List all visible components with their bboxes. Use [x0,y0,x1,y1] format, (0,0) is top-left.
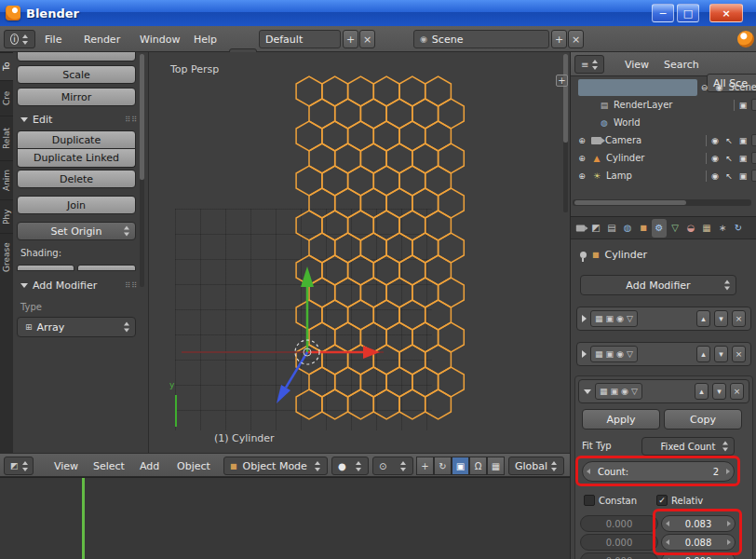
visibility-eye-icon[interactable]: ◉ [709,136,721,145]
relative-offset-y-field[interactable]: 0.088 [661,534,736,551]
panel-grip-icon[interactable]: ⠿⠿ [125,116,138,124]
shading-smooth-button-partial[interactable] [17,265,74,271]
increment-arrow-icon[interactable] [726,469,730,474]
move-up-button[interactable]: ▴ [696,346,710,362]
timeline-region[interactable] [0,477,570,559]
tab-particles[interactable]: ∗ [715,219,730,238]
outliner-row-scene[interactable]: ⊖ ◉ Scene [571,78,756,96]
delete-modifier-button[interactable]: × [730,383,744,400]
increment-arrow-icon[interactable] [727,521,731,526]
duplicate-button[interactable]: Duplicate [17,130,136,149]
count-field[interactable]: Count: 2 [582,461,735,482]
manipulator-scale-icon[interactable]: ▣ [452,457,469,475]
add-scene-button[interactable]: + [551,30,567,48]
render-visibility-icon[interactable]: ▣ [606,314,614,323]
menu-help[interactable]: Help [190,30,221,48]
viewport-menu-select[interactable]: Select [89,457,128,475]
viewport-menu-view[interactable]: View [50,457,82,475]
edit-visibility-icon[interactable]: ▽ [631,387,638,396]
add-modifier-panel-header[interactable]: Add Modifier ⠿⠿ [20,280,138,292]
render-visibility-icon[interactable]: ▣ [737,101,749,110]
outliner-row-world[interactable]: ◍ World [571,114,756,131]
constant-offset-x-field[interactable]: 0.000 [580,515,658,532]
minimize-button[interactable]: ─ [652,4,674,22]
outliner-menu-view[interactable]: View [621,55,653,74]
apply-button[interactable]: Apply [582,409,660,429]
current-frame-indicator[interactable] [82,478,85,559]
modifier-type-dropdown[interactable]: ⊞ Array [17,317,136,337]
checkbox-checked-icon[interactable]: ✓ [656,495,668,506]
render-visibility-icon[interactable]: ▣ [611,387,619,396]
mirror-button[interactable]: Mirror [17,88,136,106]
outliner-horizontal-scrollbar[interactable] [573,199,751,206]
tab-scene[interactable]: ◩ [588,219,603,238]
pivot-point-dropdown[interactable]: ⊙ [372,457,413,475]
rotate-button-partial[interactable] [17,52,136,61]
tab-physics[interactable]: ↻ [731,219,746,238]
checkbox-unchecked-icon[interactable] [584,495,595,506]
add-modifier-dropdown[interactable]: Add Modifier [580,275,736,295]
delete-button[interactable]: Delete [17,170,136,188]
tab-physics[interactable]: Phy [0,199,13,233]
selectability-pointer-icon[interactable]: ↖ [723,136,735,145]
orientation-dropdown[interactable]: Global [508,457,564,475]
outliner-row-camera[interactable]: ⊕ Camera ◉↖▣ [571,131,756,149]
tab-texture[interactable]: ▦ [699,219,714,238]
scene-name-field[interactable]: ◉ Scene [413,30,549,48]
duplicate-linked-button[interactable]: Duplicate Linked [17,149,136,168]
gizmo-x-arrowhead[interactable] [363,346,380,359]
copy-button[interactable]: Copy [664,409,742,429]
remove-scene-button[interactable]: × [568,30,584,48]
expand-icon[interactable]: ⊕ [576,154,587,163]
scrollbar-thumb[interactable] [563,54,568,143]
expand-icon[interactable]: ⊕ [576,136,587,145]
move-up-button[interactable]: ▴ [695,383,709,400]
constant-offset-toggle[interactable]: Constan [584,495,637,506]
tab-render[interactable] [573,219,587,238]
render-visibility-icon[interactable]: ▣ [737,136,749,145]
editor-type-outliner-button[interactable]: ≡ [574,55,604,74]
shading-flat-button-partial[interactable] [77,265,136,271]
expand-icon[interactable]: ⊕ [576,171,587,181]
editor-type-info-button[interactable]: i [4,30,35,48]
tab-modifiers-wrench[interactable]: ⚙ [652,219,667,238]
tab-animation[interactable]: Anim [0,160,13,199]
gizmo-y-arrowhead[interactable] [301,266,314,287]
menu-render[interactable]: Render [80,30,124,48]
selectability-pointer-icon[interactable]: ↖ [723,154,735,163]
collapse-arrow-icon[interactable] [584,389,591,394]
viewport-shading-dropdown[interactable]: ● [331,457,369,475]
manipulator-translate-icon[interactable]: + [416,457,434,475]
render-visibility-icon[interactable]: ▣ [606,349,614,359]
fit-type-dropdown[interactable]: Fixed Count [641,437,735,456]
menu-file[interactable]: File [41,30,65,48]
tab-material[interactable]: ◒ [683,219,698,238]
pin-icon[interactable] [580,252,587,258]
move-down-button[interactable]: ▾ [714,346,728,362]
remove-screen-layout-button[interactable]: × [359,30,375,48]
close-button[interactable]: × [709,4,743,22]
move-up-button[interactable]: ▴ [696,310,710,327]
edit-visibility-icon[interactable]: ▽ [627,314,633,323]
panel-grip-icon[interactable]: ⠿⠿ [125,281,138,290]
maximize-button[interactable]: □ [677,4,699,22]
transform-gizmo[interactable] [149,52,570,453]
increment-arrow-icon[interactable] [727,539,731,545]
scale-button[interactable]: Scale [17,65,136,84]
outliner-row-renderlayer[interactable]: ▤ RenderLayer ▣ [571,96,756,114]
viewport-menu-add[interactable]: Add [136,457,163,475]
add-screen-layout-button[interactable]: + [343,30,358,48]
outliner-row-cylinder[interactable]: ⊕ ▲ Cylinder ◉↖▣ [571,149,756,167]
render-visibility-icon[interactable]: ▣ [737,154,749,163]
move-down-button[interactable]: ▾ [714,310,728,327]
viewport-visibility-icon[interactable]: ◉ [616,349,624,359]
expand-arrow-icon[interactable] [582,315,587,322]
outliner-menu-search[interactable]: Search [660,55,703,74]
tab-create[interactable]: Cre [0,80,13,116]
set-origin-dropdown[interactable]: Set Origin [17,222,136,240]
constant-offset-y-field[interactable]: 0.000 [580,534,658,551]
delete-modifier-button[interactable]: × [732,346,746,362]
visibility-eye-icon[interactable]: ◉ [709,171,721,181]
edit-panel-header[interactable]: Edit ⠿⠿ [20,114,138,126]
menu-window[interactable]: Window [136,30,183,48]
